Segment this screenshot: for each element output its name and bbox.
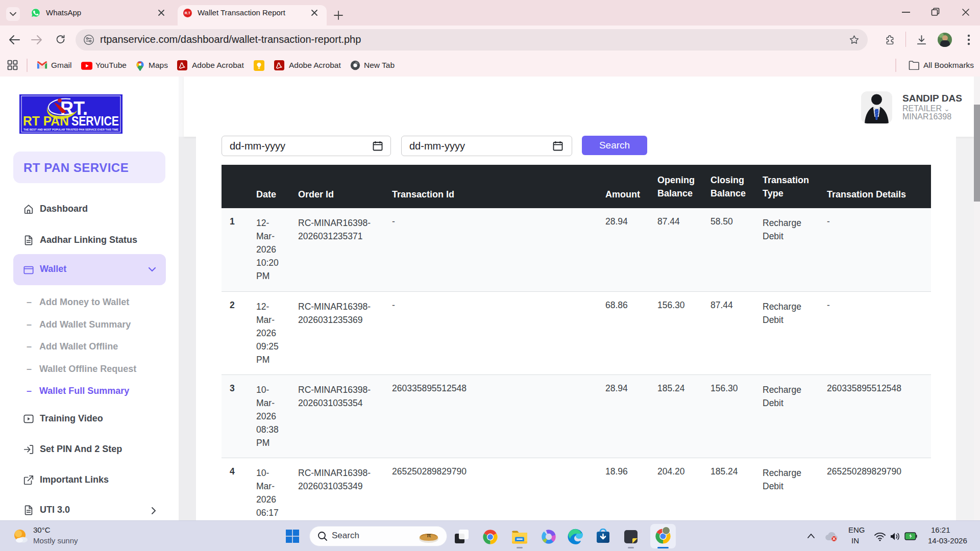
svg-text:SERVICE: SERVICE	[71, 114, 119, 128]
svg-text:π: π	[427, 532, 431, 538]
svg-text:RT PAN: RT PAN	[23, 114, 69, 128]
svg-text:THE BEST AND MOST POPULAR TRUS: THE BEST AND MOST POPULAR TRUSTED PAN SE…	[23, 128, 118, 131]
